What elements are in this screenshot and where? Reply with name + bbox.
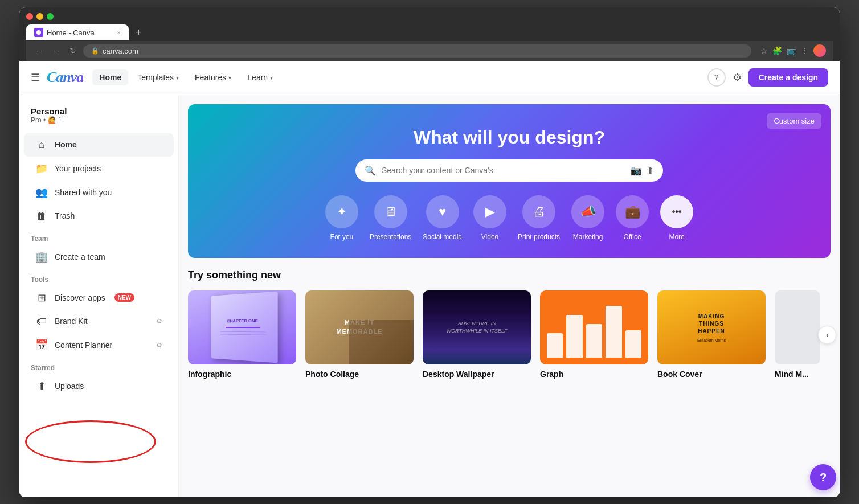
sidebar-discover-label: Discover apps xyxy=(55,293,105,302)
svg-point-0 xyxy=(36,30,41,35)
infographic-label: Infographic xyxy=(188,370,231,379)
for-you-label: For you xyxy=(330,233,354,241)
sidebar-item-uploads[interactable]: ⬆ Uploads xyxy=(24,374,174,398)
address-bar[interactable]: 🔒 canva.com xyxy=(83,44,751,58)
category-marketing[interactable]: 📣 Marketing xyxy=(571,195,604,241)
maximize-traffic-light[interactable] xyxy=(47,13,54,20)
category-print-products[interactable]: 🖨 Print products xyxy=(518,195,560,241)
top-nav: ☰ Canva Home Templates ▾ Features ▾ Lear… xyxy=(19,61,840,95)
profile-avatar[interactable] xyxy=(813,44,826,57)
content-planner-lock: ⚙ xyxy=(156,341,162,349)
uploads-icon: ⬆ xyxy=(35,380,48,392)
trash-icon: 🗑 xyxy=(35,210,48,222)
sidebar-item-shared[interactable]: 👥 Shared with you xyxy=(24,181,174,204)
main-content: Custom size What will you design? 🔍 📷 ⬆ … xyxy=(179,95,840,497)
settings-btn[interactable]: ⚙ xyxy=(733,71,742,84)
browser-chrome: Home - Canva × + ← → ↻ 🔒 canva.com ☆ 🧩 📺… xyxy=(19,7,840,61)
section-title: Try something new xyxy=(188,269,831,281)
video-label: Video xyxy=(481,233,498,241)
card-graph[interactable]: Graph xyxy=(540,290,648,379)
tab-bar: Home - Canva × + xyxy=(26,24,833,41)
category-office[interactable]: 💼 Office xyxy=(616,195,649,241)
card-mind-map[interactable]: Mind M... xyxy=(775,290,820,379)
sidebar-item-content-planner[interactable]: 📅 Content Planner ⚙ xyxy=(24,333,174,357)
photo-collage-thumb: MAKE ITMEMORABLE xyxy=(305,290,414,364)
traffic-lights xyxy=(26,13,833,20)
card-photo-collage[interactable]: MAKE ITMEMORABLE Photo Collage xyxy=(305,290,414,379)
photo-collage-label: Photo Collage xyxy=(305,370,359,379)
user-info: Personal Pro • 🙋 1 xyxy=(19,106,178,133)
category-social-media[interactable]: ♥ Social media xyxy=(423,195,462,241)
scroll-right-btn[interactable]: › xyxy=(818,326,836,344)
sidebar-brand-kit-label: Brand Kit xyxy=(55,317,88,326)
reload-btn[interactable]: ↻ xyxy=(67,45,79,56)
learn-chevron: ▾ xyxy=(270,75,273,81)
sidebar-create-team-label: Create a team xyxy=(55,252,105,261)
print-products-label: Print products xyxy=(518,233,560,241)
camera-search-btn[interactable]: 📷 xyxy=(631,165,642,176)
sidebar-item-home[interactable]: ⌂ Home xyxy=(24,133,174,157)
nav-learn[interactable]: Learn ▾ xyxy=(240,69,280,85)
hamburger-btn[interactable]: ☰ xyxy=(31,71,40,84)
marketing-label: Marketing xyxy=(573,233,603,241)
browser-actions: ☆ 🧩 📺 ⋮ xyxy=(760,44,826,57)
address-text: canva.com xyxy=(103,47,138,55)
cast-icon[interactable]: 📺 xyxy=(787,46,796,55)
category-more[interactable]: ••• More xyxy=(660,195,693,241)
projects-icon: 📁 xyxy=(35,162,48,175)
create-team-icon: 🏢 xyxy=(35,251,48,263)
tab-favicon xyxy=(34,28,43,37)
sidebar-trash-label: Trash xyxy=(55,211,75,220)
create-design-btn[interactable]: Create a design xyxy=(748,68,828,87)
category-presentations[interactable]: 🖥 Presentations xyxy=(370,195,411,241)
canva-logo: Canva xyxy=(47,69,83,86)
category-for-you[interactable]: ✦ For you xyxy=(325,195,358,241)
back-btn[interactable]: ← xyxy=(33,45,46,56)
office-label: Office xyxy=(624,233,641,241)
sidebar-item-projects[interactable]: 📁 Your projects xyxy=(24,157,174,181)
card-book-cover[interactable]: MAKINGTHINGSHAPPEN Elizabeth Morris Book… xyxy=(657,290,766,379)
infographic-thumb: CHAPTER ONE xyxy=(188,290,296,364)
desktop-wallpaper-thumb: ADVENTURE ISWORTHWHILE IN ITSELF xyxy=(423,290,531,364)
nav-features[interactable]: Features ▾ xyxy=(188,69,238,85)
help-btn[interactable]: ? xyxy=(707,68,726,87)
minimize-traffic-light[interactable] xyxy=(36,13,43,20)
help-fab[interactable]: ? xyxy=(810,464,836,490)
search-input[interactable] xyxy=(382,166,625,175)
nav-links: Home Templates ▾ Features ▾ Learn ▾ xyxy=(92,69,280,85)
sidebar-item-trash[interactable]: 🗑 Trash xyxy=(24,204,174,228)
search-bar: 🔍 📷 ⬆ xyxy=(355,159,663,182)
nav-home[interactable]: Home xyxy=(92,69,128,85)
sidebar-item-discover-apps[interactable]: ⊞ Discover apps NEW xyxy=(24,286,174,310)
sidebar-item-create-team[interactable]: 🏢 Create a team xyxy=(24,245,174,269)
hero-banner: Custom size What will you design? 🔍 📷 ⬆ … xyxy=(188,104,831,258)
brand-kit-lock: ⚙ xyxy=(156,317,162,325)
browser-tab[interactable]: Home - Canva × xyxy=(26,24,129,40)
user-meta: Pro • 🙋 1 xyxy=(31,116,167,124)
social-media-label: Social media xyxy=(423,233,462,241)
browser-window: Home - Canva × + ← → ↻ 🔒 canva.com ☆ 🧩 📺… xyxy=(19,7,840,497)
close-traffic-light[interactable] xyxy=(26,13,33,20)
starred-annotation xyxy=(25,420,156,463)
upload-search-btn[interactable]: ⬆ xyxy=(647,165,654,176)
video-icon: ▶ xyxy=(473,195,506,228)
nav-templates[interactable]: Templates ▾ xyxy=(130,69,186,85)
card-desktop-wallpaper[interactable]: ADVENTURE ISWORTHWHILE IN ITSELF Desktop… xyxy=(423,290,531,379)
bookmark-icon[interactable]: ☆ xyxy=(760,46,768,55)
custom-size-btn[interactable]: Custom size xyxy=(767,113,821,129)
card-infographic[interactable]: CHAPTER ONE Infographic xyxy=(188,290,296,379)
menu-icon[interactable]: ⋮ xyxy=(801,46,809,55)
extension-icon[interactable]: 🧩 xyxy=(772,46,782,55)
sidebar-item-brand-kit[interactable]: 🏷 Brand Kit ⚙ xyxy=(24,310,174,333)
for-you-icon: ✦ xyxy=(325,195,358,228)
starred-section-label: Starred xyxy=(19,357,178,374)
new-tab-btn[interactable]: + xyxy=(131,24,146,41)
category-row: ✦ For you 🖥 Presentations ♥ Social media xyxy=(199,195,819,241)
mind-map-thumb xyxy=(775,290,820,364)
brand-kit-icon: 🏷 xyxy=(35,315,48,327)
graph-label: Graph xyxy=(540,370,563,379)
book-cover-thumb: MAKINGTHINGSHAPPEN Elizabeth Morris xyxy=(657,290,766,364)
category-video[interactable]: ▶ Video xyxy=(473,195,506,241)
forward-btn[interactable]: → xyxy=(50,45,63,56)
tab-close-btn[interactable]: × xyxy=(117,29,121,36)
